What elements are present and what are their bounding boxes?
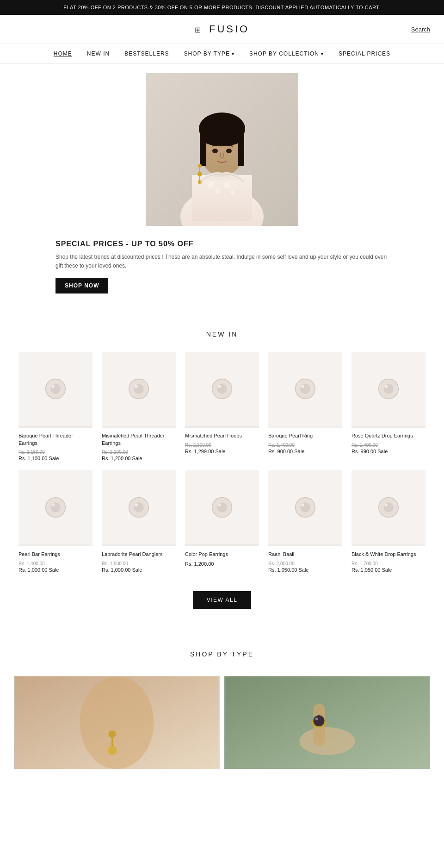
- product-original-price: Rs. 1,400.00: [268, 443, 342, 448]
- nav-label-shop-by-collection: SHOP BY COLLECTION: [249, 50, 319, 57]
- svg-point-63: [109, 731, 116, 738]
- product-card[interactable]: Labradorite Pearl DanglersRs. 1,800.00Rs…: [97, 466, 180, 577]
- product-card[interactable]: Raani BaaliRs. 2,000.00Rs. 1,050.00 Sale: [264, 466, 347, 577]
- svg-point-16: [207, 181, 214, 188]
- product-card[interactable]: Baroque Pearl Threader EarringsRs. 2,150…: [14, 347, 97, 466]
- svg-point-17: [215, 188, 220, 194]
- nav-label-shop-by-type: SHOP BY TYPE: [184, 50, 230, 57]
- nav-label-special-prices: SPECIAL PRICES: [339, 50, 390, 57]
- product-image: [352, 352, 426, 428]
- logo-icon: ⊞: [195, 26, 203, 34]
- svg-point-59: [384, 504, 387, 506]
- svg-point-10: [226, 149, 232, 153]
- svg-point-61: [80, 676, 154, 769]
- shop-type-earrings[interactable]: [14, 676, 220, 769]
- rings-image: [224, 676, 430, 769]
- product-sale-price: Rs. 1,000.00 Sale: [18, 567, 92, 573]
- nav-item-new-in[interactable]: NEW IN: [87, 50, 110, 57]
- product-sale-price: Rs. 990.00 Sale: [352, 449, 426, 454]
- product-card[interactable]: Rose Quartz Drop EarringsRs. 1,400.00Rs.…: [347, 347, 430, 466]
- product-original-price: Rs. 2,150.00: [18, 450, 92, 455]
- svg-point-55: [301, 504, 304, 506]
- product-sale-price: Rs. 1,299.00 Sale: [185, 449, 259, 454]
- svg-point-18: [223, 182, 230, 188]
- svg-point-35: [301, 385, 304, 388]
- shop-type-grid: [14, 676, 430, 769]
- svg-point-65: [108, 746, 117, 755]
- product-card[interactable]: Color Pop EarringsRs. 1,200.00: [180, 466, 264, 577]
- svg-point-13: [197, 172, 202, 176]
- nav-label-new-in: NEW IN: [87, 50, 110, 57]
- product-image: [185, 352, 259, 428]
- new-in-product-grid: Baroque Pearl Threader EarringsRs. 2,150…: [0, 347, 444, 577]
- product-sale-price: Rs. 1,200.00 Sale: [102, 456, 176, 461]
- svg-point-19: [230, 190, 235, 195]
- view-all-wrapper: VIEW ALL: [0, 577, 444, 623]
- chevron-down-icon-2: ▾: [321, 51, 324, 56]
- svg-point-47: [135, 504, 137, 506]
- product-name: Raani Baali: [268, 551, 342, 558]
- product-card[interactable]: Mismatched Pearl Threader EarringsRs. 2,…: [97, 347, 180, 466]
- svg-point-27: [135, 385, 137, 388]
- product-image: [102, 470, 176, 546]
- product-name: Black & White Drop Earrings: [352, 551, 426, 558]
- svg-point-11: [198, 164, 202, 168]
- product-card[interactable]: Mismatched Pearl HoopsRs. 2,300.00Rs. 1,…: [180, 347, 264, 466]
- svg-point-23: [51, 385, 54, 388]
- main-nav: HOME NEW IN BESTSELLERS SHOP BY TYPE ▾ S…: [0, 44, 444, 64]
- svg-point-72: [315, 718, 318, 720]
- nav-item-bestsellers[interactable]: BESTSELLERS: [124, 50, 169, 57]
- product-sale-price: Rs. 1,200.00: [185, 561, 259, 567]
- announcement-text: FLAT 20% OFF ON 2 PRODUCTS & 30% OFF ON …: [63, 5, 381, 10]
- product-name: Baroque Pearl Threader Earrings: [18, 432, 92, 447]
- product-image: [102, 352, 176, 428]
- shop-by-type-section: SHOP BY TYPE: [0, 623, 444, 769]
- special-prices-heading: SPECIAL PRICES - UP TO 50% OFF: [56, 240, 388, 248]
- product-sale-price: Rs. 900.00 Sale: [268, 449, 342, 454]
- announcement-bar: FLAT 20% OFF ON 2 PRODUCTS & 30% OFF ON …: [0, 0, 444, 15]
- product-name: Labradorite Pearl Danglers: [102, 551, 176, 558]
- logo-text: FUSIO: [209, 23, 249, 35]
- nav-label-bestsellers: BESTSELLERS: [124, 50, 169, 57]
- svg-point-31: [218, 385, 221, 388]
- nav-item-shop-by-type[interactable]: SHOP BY TYPE ▾: [184, 50, 234, 57]
- product-original-price: Rs. 1,400.00: [18, 561, 92, 566]
- search-button[interactable]: Search: [411, 26, 430, 33]
- shop-now-button[interactable]: SHOP NOW: [56, 278, 108, 293]
- logo[interactable]: ⊞ FUSIO: [195, 23, 249, 35]
- product-sale-price: Rs. 1,050.00 Sale: [268, 567, 342, 573]
- product-image: [18, 470, 92, 546]
- nav-item-home[interactable]: HOME: [54, 50, 72, 57]
- product-name: Pearl Bar Earrings: [18, 551, 92, 558]
- view-all-button[interactable]: VIEW ALL: [193, 591, 252, 609]
- product-image: [268, 352, 342, 428]
- product-name: Baroque Pearl Ring: [268, 432, 342, 439]
- product-image: [18, 352, 92, 428]
- svg-point-67: [300, 727, 355, 755]
- svg-point-9: [212, 149, 218, 153]
- nav-item-shop-by-collection[interactable]: SHOP BY COLLECTION ▾: [249, 50, 324, 57]
- special-prices-section: SPECIAL PRICES - UP TO 50% OFF Shop the …: [0, 231, 444, 312]
- product-image: [185, 470, 259, 546]
- hero-image-svg: [146, 73, 298, 226]
- product-card[interactable]: Baroque Pearl RingRs. 1,400.00Rs. 900.00…: [264, 347, 347, 466]
- product-sale-price: Rs. 1,100.00 Sale: [18, 456, 92, 461]
- hero-section: [0, 64, 444, 231]
- product-sale-price: Rs. 1,050.00 Sale: [352, 567, 426, 573]
- product-card[interactable]: Black & White Drop EarringsRs. 1,700.00R…: [347, 466, 430, 577]
- earrings-image: [14, 676, 220, 769]
- product-name: Color Pop Earrings: [185, 551, 259, 558]
- nav-item-special-prices[interactable]: SPECIAL PRICES: [339, 50, 390, 57]
- svg-point-39: [384, 385, 387, 388]
- svg-point-8: [201, 128, 243, 146]
- product-image: [268, 470, 342, 546]
- product-name: Rose Quartz Drop Earrings: [352, 432, 426, 439]
- product-original-price: Rs. 2,200.00: [102, 450, 176, 455]
- product-card[interactable]: Pearl Bar EarringsRs. 1,400.00Rs. 1,000.…: [14, 466, 97, 577]
- shop-type-rings[interactable]: [224, 676, 430, 769]
- nav-label-home: HOME: [54, 50, 72, 57]
- header: ⊞ FUSIO Search: [0, 15, 444, 44]
- product-original-price: Rs. 2,000.00: [268, 561, 342, 566]
- product-name: Mismatched Pearl Hoops: [185, 432, 259, 439]
- shop-by-type-title: SHOP BY TYPE: [14, 632, 430, 667]
